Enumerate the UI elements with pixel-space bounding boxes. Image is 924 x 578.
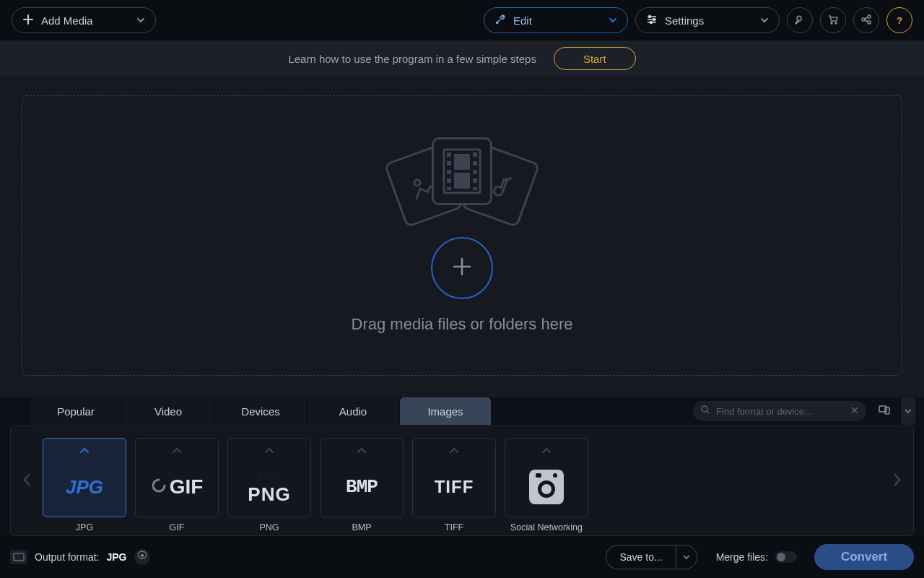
svg-point-2	[649, 15, 651, 17]
format-label: BMP	[352, 522, 371, 532]
format-panel: Popular Video Devices Audio Images	[0, 397, 924, 578]
chevron-up-icon	[357, 444, 367, 457]
svg-rect-23	[454, 173, 470, 189]
merge-files-label: Merge files:	[716, 551, 768, 563]
format-label: Social Networking	[510, 522, 583, 532]
device-icon	[878, 403, 891, 419]
camera-icon	[529, 470, 564, 504]
share-icon	[860, 14, 872, 27]
category-tabs: Popular Video Devices Audio Images	[0, 397, 924, 425]
wrench-icon	[794, 14, 806, 27]
add-media-label: Add Media	[41, 14, 93, 27]
format-card-gif[interactable]: GIF	[135, 438, 219, 517]
tab-devices[interactable]: Devices	[215, 397, 306, 425]
add-media-button[interactable]: Add Media	[12, 7, 156, 33]
png-logo: PNG	[248, 483, 290, 506]
chevron-up-icon	[79, 444, 90, 457]
topbar: Add Media Edit	[0, 0, 924, 40]
chevron-up-icon	[449, 444, 459, 457]
svg-rect-19	[473, 170, 477, 174]
merge-files-toggle[interactable]	[775, 551, 797, 563]
svg-rect-16	[447, 187, 451, 190]
save-to-button[interactable]: Save to...	[606, 545, 675, 569]
format-card-jpg[interactable]: JPG	[43, 438, 126, 517]
chevron-down-icon	[683, 551, 690, 564]
output-format-value: JPG	[106, 551, 126, 563]
svg-rect-18	[473, 161, 477, 165]
svg-rect-27	[14, 553, 24, 561]
bottombar: Output format: JPG Save to... Merge file…	[0, 536, 924, 578]
add-files-button[interactable]	[431, 237, 493, 299]
svg-point-9	[868, 21, 871, 24]
scroll-right-button[interactable]	[889, 445, 906, 517]
format-card-tiff[interactable]: TIFF	[412, 438, 496, 517]
format-card-social[interactable]	[505, 438, 588, 517]
collapse-panel-button[interactable]	[901, 397, 915, 425]
svg-point-10	[414, 179, 421, 186]
scroll-left-button[interactable]	[18, 445, 35, 517]
tiff-logo: TIFF	[435, 477, 474, 497]
tools-button[interactable]	[787, 7, 813, 33]
chevron-down-icon	[905, 405, 912, 418]
output-format-label: Output format:	[35, 551, 99, 563]
tutorial-banner: Learn how to use the program in a few si…	[0, 40, 924, 77]
svg-rect-22	[454, 154, 470, 170]
svg-point-5	[831, 22, 832, 24]
tab-images[interactable]: Images	[400, 397, 491, 425]
dropzone-illustration	[372, 137, 552, 224]
clear-icon[interactable]	[850, 405, 859, 418]
chevron-up-icon	[264, 444, 274, 457]
edit-button[interactable]: Edit	[484, 7, 628, 33]
cart-button[interactable]	[820, 7, 846, 33]
format-label: GIF	[170, 522, 185, 532]
search-icon	[700, 405, 710, 418]
edit-label: Edit	[513, 14, 532, 27]
chevron-right-icon	[892, 473, 902, 490]
svg-point-3	[653, 18, 655, 20]
gear-icon	[137, 551, 147, 564]
format-chip-icon	[10, 550, 27, 564]
cart-icon	[827, 14, 839, 27]
settings-label: Settings	[665, 14, 704, 27]
svg-point-8	[868, 15, 871, 18]
tab-popular[interactable]: Popular	[30, 397, 121, 425]
format-settings-button[interactable]	[134, 549, 150, 565]
svg-rect-26	[885, 407, 889, 414]
help-button[interactable]: ?	[886, 7, 912, 33]
format-label: JPG	[76, 522, 93, 532]
share-button[interactable]	[853, 7, 879, 33]
tab-video[interactable]: Video	[123, 397, 214, 425]
dropzone[interactable]: Drag media files or folders here	[22, 95, 902, 376]
svg-point-7	[862, 18, 865, 21]
start-tutorial-button[interactable]: Start	[554, 47, 636, 70]
format-card-bmp[interactable]: BMP	[320, 438, 404, 517]
convert-button[interactable]: Convert	[814, 544, 914, 570]
svg-rect-20	[473, 178, 477, 183]
gif-logo: GIF	[170, 475, 204, 499]
settings-button[interactable]: Settings	[635, 7, 780, 33]
svg-point-6	[835, 22, 837, 24]
help-icon: ?	[897, 15, 902, 26]
save-to-dropdown-button[interactable]	[676, 545, 697, 569]
main-area: Drag media files or folders here	[0, 77, 924, 397]
spinner-icon	[151, 478, 167, 496]
svg-rect-12	[447, 152, 451, 157]
dropzone-text: Drag media files or folders here	[352, 315, 573, 334]
video-card-icon	[432, 137, 492, 205]
tab-audio[interactable]: Audio	[308, 397, 398, 425]
format-label: PNG	[259, 522, 279, 532]
output-device-button[interactable]	[873, 401, 895, 421]
chevron-up-icon	[541, 444, 552, 457]
format-cards-area: JPG JPG GIF GIF	[10, 426, 914, 536]
format-search[interactable]	[693, 401, 866, 421]
svg-rect-14	[447, 170, 451, 174]
chevron-down-icon	[760, 16, 769, 25]
format-card-png[interactable]: · · · · · ·· · · · · · PNG	[227, 438, 311, 517]
svg-rect-13	[447, 161, 451, 165]
svg-point-4	[650, 21, 653, 23]
chevron-up-icon	[172, 444, 182, 457]
banner-text: Learn how to use the program in a few si…	[288, 53, 536, 65]
format-search-input[interactable]	[716, 406, 845, 417]
bmp-logo: BMP	[346, 476, 378, 498]
transparency-dots-icon: · · · · · ·· · · · · ·	[253, 469, 286, 482]
